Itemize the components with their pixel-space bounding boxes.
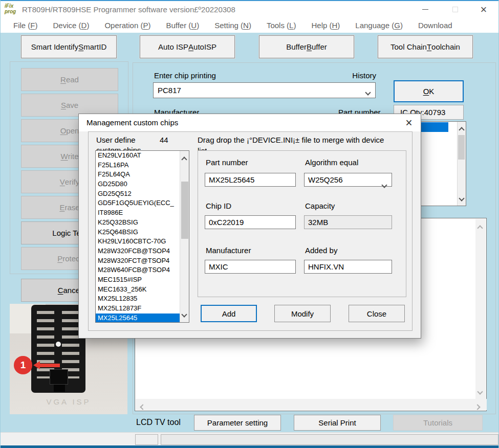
chip-list-item[interactable]: MX25L12873F	[96, 304, 180, 313]
device-hscrollbar[interactable]	[136, 399, 487, 410]
history-scrollbar-thumb[interactable]	[458, 135, 465, 160]
device-vscrollbar[interactable]	[475, 219, 486, 400]
user-chip-listbox[interactable]: EN29LV160ATF25L16PAF25L64QAGD25D80GD25Q5…	[95, 150, 189, 323]
chip-list-item[interactable]: MX25L25645	[96, 313, 180, 322]
auto-isp-button[interactable]: Auto ISP AutoISP	[140, 35, 235, 58]
minimize-icon	[422, 9, 428, 10]
chip-list-item[interactable]: EN29LV160AT	[96, 151, 180, 161]
tutorials-button: Tutorials	[393, 415, 483, 431]
modify-button[interactable]: Modify	[274, 305, 331, 322]
dialog-close-button[interactable]: ×	[401, 115, 417, 130]
user-define-label: User define	[96, 136, 136, 144]
chip-list-item[interactable]: K25Q64BSIG	[96, 228, 180, 237]
window-bottom-border	[1, 445, 499, 448]
chip-list-item[interactable]: K25Q32BSIG	[96, 218, 180, 228]
scroll-up-icon[interactable]	[478, 223, 482, 232]
maximize-icon	[452, 7, 458, 12]
chip-list-item[interactable]: GD25D80	[96, 180, 180, 189]
chip-printing-combobox[interactable]: PC817	[153, 82, 376, 98]
chip-list-item[interactable]: M28W320FCT@TSOP4	[96, 256, 180, 266]
algorithm-equal-combobox[interactable]: W25Q256	[304, 173, 392, 187]
socket-slots-right	[62, 311, 79, 378]
algorithm-value: W25Q256	[308, 175, 343, 184]
chip-list-item[interactable]: F25L16PA	[96, 161, 180, 170]
history-scrollbar[interactable]	[457, 122, 466, 206]
socket-pivot-dot	[56, 342, 61, 347]
scroll-down-icon[interactable]	[478, 387, 482, 396]
user-chip-list-items: EN29LV160ATF25L16PAF25L64QAGD25D80GD25Q5…	[96, 151, 180, 322]
parameter-setting-button[interactable]: Parameter setting	[194, 415, 281, 431]
chip-id-label: Chip ID	[206, 201, 231, 210]
list-scrollbar-thumb[interactable]	[181, 182, 188, 239]
annotation-badge-1: 1	[14, 356, 32, 374]
part-number-input[interactable]: MX25L25645	[205, 173, 296, 187]
chevron-down-icon	[366, 87, 370, 96]
ok-label: OK	[423, 87, 435, 96]
chip-list-item[interactable]: MEC1633_256K	[96, 285, 180, 295]
chip-list-item[interactable]: MX25L12835	[96, 294, 180, 304]
chip-list-item[interactable]: M28W640FCB@TSOP4	[96, 265, 180, 275]
add-button[interactable]: Add	[201, 305, 257, 322]
minimize-button[interactable]	[414, 1, 437, 18]
menu-item-tools[interactable]: Tools (L)	[259, 21, 304, 30]
menu-item-device[interactable]: Device (D)	[46, 21, 97, 30]
logo-line1: iFix	[5, 3, 16, 9]
menu-item-help[interactable]: Help (H)	[303, 21, 348, 30]
chip-list-item[interactable]: GD5F1GQ5UEYIG(ECC_	[96, 198, 180, 208]
title-bar: iFix prog RT809H/RT809HSE Programmer sof…	[1, 0, 498, 17]
chip-list-item[interactable]: M28W320FCB@TSOP4	[96, 247, 180, 256]
scroll-up-icon[interactable]	[460, 125, 464, 134]
scroll-up-icon[interactable]	[182, 154, 186, 164]
socket-lever	[54, 385, 65, 392]
tool-chain-button[interactable]: Tool Chain Toolchain	[378, 35, 473, 58]
history-label: History	[334, 71, 376, 80]
capacity-label: Capacity	[305, 201, 335, 210]
menu-item-language[interactable]: Language (G)	[348, 21, 410, 30]
added-by-input[interactable]: HNFIX.VN	[304, 260, 392, 274]
chip-in-socket	[50, 369, 68, 385]
scroll-right-icon[interactable]	[475, 402, 480, 411]
arrow-tail	[39, 364, 60, 367]
menu-bar: File (F)Device (D)Operation (P)Buffer (U…	[1, 17, 498, 33]
read-button: Read	[21, 68, 118, 91]
chip-list-item[interactable]: IT8986E	[96, 208, 180, 218]
status-cell-small	[135, 434, 158, 445]
scroll-left-icon[interactable]	[141, 402, 145, 411]
buffer-button[interactable]: Buffer Buffer	[259, 35, 354, 58]
chip-list-item[interactable]: F25L64QA	[96, 170, 180, 180]
chip-list-item[interactable]: MEC1515#ISP	[96, 275, 180, 285]
dialog-title-bar: Management custom chips ×	[79, 114, 421, 131]
dialog-title: Management custom chips	[86, 118, 178, 127]
menu-item-file[interactable]: File (F)	[6, 21, 46, 30]
chevron-down-icon	[382, 178, 386, 191]
close-button[interactable]: ×	[472, 1, 495, 18]
ok-button[interactable]: OK	[394, 80, 464, 102]
manufacturer-label: Manufacturer	[206, 246, 251, 255]
app-window: iFix prog RT809H/RT809HSE Programmer sof…	[0, 0, 499, 448]
user-define-count: 44	[160, 136, 168, 144]
close-dialog-button[interactable]: Close	[349, 305, 405, 322]
serial-print-button[interactable]: Serial Print	[294, 415, 381, 431]
list-scrollbar[interactable]	[180, 151, 189, 322]
scroll-down-icon[interactable]	[182, 309, 186, 319]
scroll-down-icon[interactable]	[460, 193, 464, 203]
chip-list-item[interactable]: GD25Q512	[96, 189, 180, 199]
photo-caption: VGA ISP	[10, 397, 127, 406]
status-cell-main	[161, 434, 498, 445]
menu-item-operation[interactable]: Operation (P)	[97, 21, 158, 30]
lcd-tv-tool-label: LCD TV tool	[136, 418, 181, 427]
app-logo-icon: iFix prog	[5, 3, 16, 14]
manufacturer-input[interactable]: MXIC	[205, 260, 296, 274]
maximize-button[interactable]	[443, 1, 467, 18]
chip-printing-value: PC817	[158, 86, 181, 95]
chip-id-input[interactable]: 0xC22019	[205, 215, 296, 229]
menu-item-buffer[interactable]: Buffer (U)	[158, 21, 207, 30]
annotation-arrow	[33, 361, 61, 370]
drag-drop-hint-clipped: list	[198, 146, 207, 150]
capacity-field: 32MB	[304, 215, 392, 229]
chip-list-item[interactable]: KH29LV160CBTC-70G	[96, 237, 180, 247]
menu-item-setting[interactable]: Setting (N)	[207, 21, 259, 30]
menu-item-download[interactable]: Download	[410, 21, 460, 30]
drag-drop-hint: Drag drop the ¡°DEVICE.INI¡± file to mer…	[198, 135, 413, 145]
smart-identify-button[interactable]: Smart Identify SmartID	[21, 35, 117, 58]
